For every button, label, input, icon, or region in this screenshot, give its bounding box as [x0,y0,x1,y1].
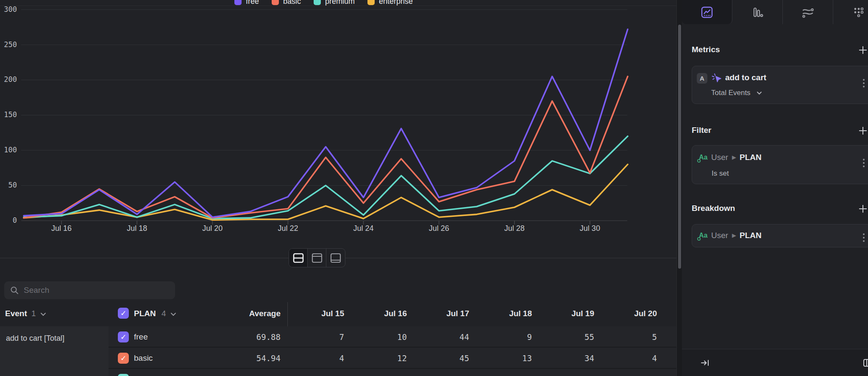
event-count: 1 [31,309,36,318]
chevron-down-icon[interactable] [40,312,46,316]
metric-card[interactable]: A add to cart Total Events [692,66,868,104]
date-column-header[interactable]: Jul 17 [406,309,469,318]
caret-right-icon: ▶ [729,232,739,239]
series-line-enterprise [24,164,628,220]
y-axis-tick: 300 [0,5,17,14]
x-axis-tick: Jul 26 [420,224,458,233]
filter-card[interactable]: Aa User ▶ PLAN Is set [692,145,868,184]
panel-footer [682,349,868,376]
vertical-scrollbar[interactable] [676,0,682,376]
row-group-label: add to cart [Total] [6,334,64,343]
row-value: 44 [406,332,469,342]
filter-section-title: Filter [692,126,711,135]
search-icon [10,286,19,295]
metric-measure[interactable]: Total Events [711,89,751,97]
chevron-down-icon[interactable] [757,91,762,95]
x-axis-tick: Jul 30 [571,224,609,233]
tab-flow[interactable] [783,0,833,24]
row-value: 12 [343,354,407,363]
breakdown-section-title: Breakdown [692,204,735,213]
layout-chart-focus-button[interactable] [308,249,326,267]
table-row-basic: ✓basic54.944124513344 [108,348,676,369]
tab-line-chart[interactable] [682,0,732,24]
split-even-icon [293,253,304,263]
row-group-label-cell: add to cart [Total] [0,326,108,376]
table-row-free: ✓free69.88710449555 [108,326,676,348]
date-column-header[interactable]: Jul 18 [468,309,532,318]
breakdown-property[interactable]: PLAN [740,231,762,240]
filter-kebab-menu[interactable] [862,157,865,169]
caret-right-icon: ▶ [729,154,739,160]
layout-table-focus-button[interactable] [326,249,345,267]
tab-more-grid[interactable] [833,0,868,24]
search-bar [4,281,175,299]
row-label: basic [134,354,153,363]
user-property-icon: Aa [697,152,708,163]
row-value: 7 [281,332,344,342]
metric-kebab-menu[interactable] [862,77,865,89]
table-body: add to cart [Total] ✓free69.88710449555✓… [0,326,676,376]
line-chart-icon [701,6,713,19]
event-column-header[interactable]: Event [5,309,27,318]
plan-count: 4 [161,309,166,318]
row-value: 13 [468,354,532,363]
chevron-down-icon[interactable] [170,312,176,316]
table-focus-icon [330,253,341,263]
date-column-header[interactable]: Jul 15 [281,309,344,318]
row-value: 4 [593,354,657,363]
add-metric-button[interactable] [858,45,868,55]
app-window: freebasicpremiumenterprise 0501001502002… [0,0,868,376]
add-breakdown-button[interactable] [858,204,868,214]
date-column-header[interactable]: Jul 19 [531,309,594,318]
plan-column-header[interactable]: PLAN [134,309,156,318]
y-axis-tick: 150 [0,110,17,119]
row-value: 34 [531,354,594,363]
search-input[interactable] [24,286,159,295]
layout-split-even-button[interactable] [289,249,308,267]
x-axis-tick: Jul 22 [269,224,307,233]
row-value: 45 [406,354,469,363]
x-axis-tick: Jul 24 [345,224,383,233]
y-axis-tick: 0 [0,216,17,224]
x-axis-tick: Jul 18 [118,224,156,233]
chart-focus-icon [312,253,323,263]
add-filter-button[interactable] [858,126,868,136]
breakdown-kebab-menu[interactable] [862,232,865,244]
metrics-section-title: Metrics [692,45,720,54]
row-value: 5 [593,332,657,342]
series-line-free [24,29,628,217]
filter-operator[interactable]: Is set [712,169,729,178]
event-cursor-icon [711,72,723,84]
scrollbar-thumb[interactable] [678,25,681,269]
panel-toggle-icon[interactable] [863,359,868,367]
table-row-premium: ✓premium33.0057235233 [108,369,676,376]
filter-property[interactable]: PLAN [740,153,762,162]
row-average: 54.94 [217,354,281,363]
plan-select-all-checkbox[interactable]: ✓ [118,308,129,319]
svg-text:Aa: Aa [699,154,708,161]
metric-event-name[interactable]: add to cart [725,73,766,82]
x-axis-tick: Jul 16 [42,224,81,233]
row-value: 10 [343,332,407,342]
metric-letter-badge: A [697,73,707,84]
average-column-header[interactable]: Average [217,309,281,318]
breakdown-scope[interactable]: User [711,231,728,240]
row-label: free [134,332,148,342]
filter-scope[interactable]: User [711,153,728,162]
row-checkbox[interactable]: ✓ [118,331,129,342]
row-value: 9 [468,332,532,342]
user-property-icon: Aa [697,230,708,241]
collapse-panel-icon[interactable] [701,359,710,367]
x-axis-tick: Jul 28 [495,224,534,233]
date-column-header[interactable]: Jul 20 [593,309,657,318]
y-axis-tick: 100 [0,146,17,154]
x-axis-tick: Jul 20 [193,224,231,233]
y-axis-tick: 50 [0,181,17,189]
row-checkbox[interactable]: ✓ [118,374,129,376]
line-chart[interactable] [0,0,676,238]
tab-bar-chart[interactable] [732,0,783,24]
breakdown-card[interactable]: Aa User ▶ PLAN [692,224,868,247]
date-column-header[interactable]: Jul 16 [343,309,407,318]
row-value: 55 [531,332,594,342]
row-checkbox[interactable]: ✓ [118,353,129,364]
